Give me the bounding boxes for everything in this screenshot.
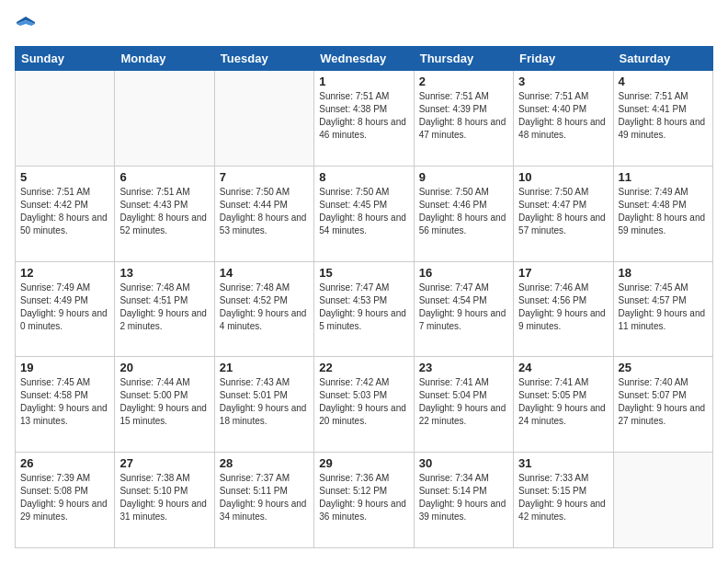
calendar-cell: 8Sunrise: 7:50 AM Sunset: 4:45 PM Daylig… (314, 166, 414, 261)
day-number: 20 (119, 361, 209, 374)
day-info: Sunrise: 7:36 AM Sunset: 5:12 PM Dayligh… (319, 472, 408, 523)
calendar-cell: 23Sunrise: 7:41 AM Sunset: 5:04 PM Dayli… (414, 357, 513, 453)
day-info: Sunrise: 7:51 AM Sunset: 4:40 PM Dayligh… (518, 90, 608, 142)
day-number: 31 (518, 456, 608, 470)
day-number: 27 (119, 456, 209, 470)
weekday-header-saturday: Saturday (613, 47, 712, 71)
day-info: Sunrise: 7:40 AM Sunset: 5:07 PM Dayligh… (619, 376, 708, 428)
day-number: 23 (419, 361, 508, 374)
weekday-header-tuesday: Tuesday (214, 47, 313, 71)
weekday-header-monday: Monday (115, 47, 214, 71)
logo (15, 15, 40, 37)
day-info: Sunrise: 7:50 AM Sunset: 4:44 PM Dayligh… (220, 186, 309, 237)
day-number: 18 (619, 266, 708, 280)
week-row-1: 1Sunrise: 7:51 AM Sunset: 4:38 PM Daylig… (16, 71, 713, 167)
day-number: 7 (220, 170, 309, 184)
logo-icon (15, 15, 37, 37)
calendar-cell: 25Sunrise: 7:40 AM Sunset: 5:07 PM Dayli… (613, 357, 712, 453)
calendar-cell: 19Sunrise: 7:45 AM Sunset: 4:58 PM Dayli… (16, 357, 115, 453)
calendar-cell (214, 71, 313, 167)
calendar-cell: 28Sunrise: 7:37 AM Sunset: 5:11 PM Dayli… (214, 453, 313, 548)
day-info: Sunrise: 7:47 AM Sunset: 4:54 PM Dayligh… (419, 282, 508, 333)
day-number: 30 (419, 456, 508, 470)
day-number: 26 (20, 456, 109, 470)
calendar-cell: 26Sunrise: 7:39 AM Sunset: 5:08 PM Dayli… (16, 453, 115, 548)
calendar-cell: 11Sunrise: 7:49 AM Sunset: 4:48 PM Dayli… (613, 166, 712, 261)
day-number: 10 (518, 170, 608, 184)
calendar-cell: 3Sunrise: 7:51 AM Sunset: 4:40 PM Daylig… (514, 71, 613, 167)
day-number: 19 (20, 361, 109, 374)
day-info: Sunrise: 7:42 AM Sunset: 5:03 PM Dayligh… (319, 376, 408, 428)
calendar-cell: 1Sunrise: 7:51 AM Sunset: 4:38 PM Daylig… (314, 71, 414, 167)
weekday-header-friday: Friday (514, 47, 613, 71)
day-number: 16 (419, 266, 508, 280)
day-info: Sunrise: 7:49 AM Sunset: 4:48 PM Dayligh… (619, 186, 708, 237)
calendar-cell: 29Sunrise: 7:36 AM Sunset: 5:12 PM Dayli… (314, 453, 414, 548)
calendar-cell: 4Sunrise: 7:51 AM Sunset: 4:41 PM Daylig… (613, 71, 712, 167)
day-info: Sunrise: 7:34 AM Sunset: 5:14 PM Dayligh… (419, 472, 508, 523)
day-info: Sunrise: 7:50 AM Sunset: 4:47 PM Dayligh… (518, 186, 608, 237)
day-info: Sunrise: 7:43 AM Sunset: 5:01 PM Dayligh… (220, 376, 309, 428)
day-number: 8 (319, 170, 408, 184)
calendar-cell: 10Sunrise: 7:50 AM Sunset: 4:47 PM Dayli… (514, 166, 613, 261)
week-row-5: 26Sunrise: 7:39 AM Sunset: 5:08 PM Dayli… (16, 453, 713, 548)
day-number: 15 (319, 266, 408, 280)
day-info: Sunrise: 7:47 AM Sunset: 4:53 PM Dayligh… (319, 282, 408, 333)
calendar-cell (115, 71, 214, 167)
day-number: 25 (619, 361, 708, 374)
calendar-cell: 20Sunrise: 7:44 AM Sunset: 5:00 PM Dayli… (115, 357, 214, 453)
day-info: Sunrise: 7:46 AM Sunset: 4:56 PM Dayligh… (518, 282, 608, 333)
day-number: 14 (220, 266, 309, 280)
page-header (15, 15, 713, 37)
day-number: 2 (419, 75, 508, 88)
calendar-cell: 22Sunrise: 7:42 AM Sunset: 5:03 PM Dayli… (314, 357, 414, 453)
calendar-cell: 17Sunrise: 7:46 AM Sunset: 4:56 PM Dayli… (514, 261, 613, 357)
day-number: 11 (619, 170, 708, 184)
week-row-4: 19Sunrise: 7:45 AM Sunset: 4:58 PM Dayli… (16, 357, 713, 453)
calendar-cell: 5Sunrise: 7:51 AM Sunset: 4:42 PM Daylig… (16, 166, 115, 261)
calendar-cell: 21Sunrise: 7:43 AM Sunset: 5:01 PM Dayli… (214, 357, 313, 453)
calendar-cell: 15Sunrise: 7:47 AM Sunset: 4:53 PM Dayli… (314, 261, 414, 357)
day-info: Sunrise: 7:39 AM Sunset: 5:08 PM Dayligh… (20, 472, 109, 523)
calendar-table: SundayMondayTuesdayWednesdayThursdayFrid… (15, 46, 713, 548)
calendar-cell (613, 453, 712, 548)
week-row-2: 5Sunrise: 7:51 AM Sunset: 4:42 PM Daylig… (16, 166, 713, 261)
day-number: 9 (419, 170, 508, 184)
day-number: 5 (20, 170, 109, 184)
day-number: 21 (220, 361, 309, 374)
day-info: Sunrise: 7:51 AM Sunset: 4:42 PM Dayligh… (20, 186, 109, 237)
day-number: 3 (518, 75, 608, 88)
day-info: Sunrise: 7:48 AM Sunset: 4:51 PM Dayligh… (119, 282, 209, 333)
day-number: 29 (319, 456, 408, 470)
day-info: Sunrise: 7:51 AM Sunset: 4:43 PM Dayligh… (119, 186, 209, 237)
day-number: 24 (518, 361, 608, 374)
day-number: 12 (20, 266, 109, 280)
day-number: 22 (319, 361, 408, 374)
day-info: Sunrise: 7:45 AM Sunset: 4:57 PM Dayligh… (619, 282, 708, 333)
calendar-cell: 30Sunrise: 7:34 AM Sunset: 5:14 PM Dayli… (414, 453, 513, 548)
day-number: 1 (319, 75, 408, 88)
day-info: Sunrise: 7:33 AM Sunset: 5:15 PM Dayligh… (518, 472, 608, 523)
day-info: Sunrise: 7:50 AM Sunset: 4:45 PM Dayligh… (319, 186, 408, 237)
day-info: Sunrise: 7:44 AM Sunset: 5:00 PM Dayligh… (119, 376, 209, 428)
calendar-cell: 6Sunrise: 7:51 AM Sunset: 4:43 PM Daylig… (115, 166, 214, 261)
day-info: Sunrise: 7:38 AM Sunset: 5:10 PM Dayligh… (119, 472, 209, 523)
calendar-cell: 27Sunrise: 7:38 AM Sunset: 5:10 PM Dayli… (115, 453, 214, 548)
calendar-cell: 31Sunrise: 7:33 AM Sunset: 5:15 PM Dayli… (514, 453, 613, 548)
day-info: Sunrise: 7:45 AM Sunset: 4:58 PM Dayligh… (20, 376, 109, 428)
day-number: 4 (619, 75, 708, 88)
day-number: 6 (119, 170, 209, 184)
day-info: Sunrise: 7:51 AM Sunset: 4:39 PM Dayligh… (419, 90, 508, 142)
calendar-cell: 18Sunrise: 7:45 AM Sunset: 4:57 PM Dayli… (613, 261, 712, 357)
day-info: Sunrise: 7:51 AM Sunset: 4:41 PM Dayligh… (619, 90, 708, 142)
day-info: Sunrise: 7:49 AM Sunset: 4:49 PM Dayligh… (20, 282, 109, 333)
weekday-header-thursday: Thursday (414, 47, 513, 71)
calendar-cell: 2Sunrise: 7:51 AM Sunset: 4:39 PM Daylig… (414, 71, 513, 167)
calendar-cell: 13Sunrise: 7:48 AM Sunset: 4:51 PM Dayli… (115, 261, 214, 357)
calendar-cell: 24Sunrise: 7:41 AM Sunset: 5:05 PM Dayli… (514, 357, 613, 453)
weekday-header-sunday: Sunday (16, 47, 115, 71)
day-info: Sunrise: 7:41 AM Sunset: 5:05 PM Dayligh… (518, 376, 608, 428)
day-info: Sunrise: 7:50 AM Sunset: 4:46 PM Dayligh… (419, 186, 508, 237)
day-info: Sunrise: 7:41 AM Sunset: 5:04 PM Dayligh… (419, 376, 508, 428)
day-info: Sunrise: 7:37 AM Sunset: 5:11 PM Dayligh… (220, 472, 309, 523)
